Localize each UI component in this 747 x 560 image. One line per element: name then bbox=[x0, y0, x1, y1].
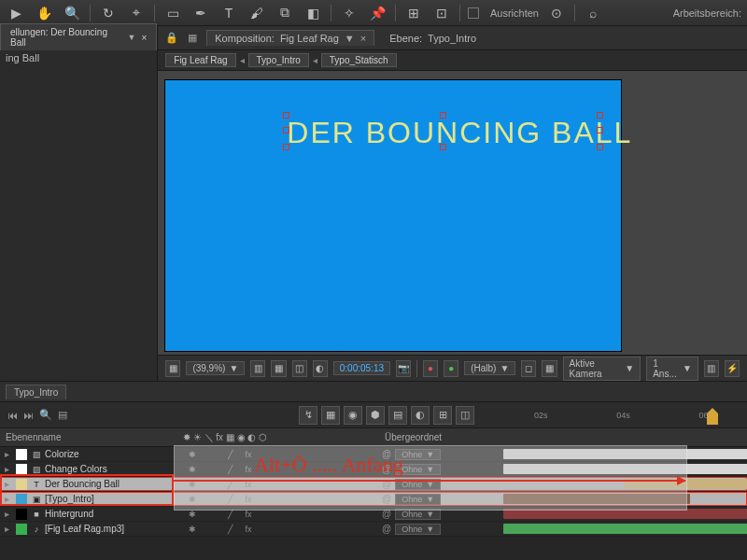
motion-blur-icon[interactable]: ◉ bbox=[344, 406, 362, 425]
layer-bar[interactable] bbox=[503, 464, 747, 474]
zoom-tool[interactable]: 🔍 bbox=[62, 3, 82, 23]
guides-icon[interactable]: ◫ bbox=[292, 360, 307, 377]
layer-bar[interactable] bbox=[625, 479, 747, 489]
layer-duration-cell[interactable] bbox=[503, 522, 747, 536]
selection-handle[interactable] bbox=[283, 112, 289, 119]
shy-switch[interactable]: ✱ bbox=[186, 523, 199, 536]
pen-tool[interactable]: ✒ bbox=[190, 3, 211, 23]
col-layer-name[interactable]: Ebenenname bbox=[0, 432, 176, 442]
frame-blend-switch[interactable] bbox=[261, 523, 274, 536]
motion-blur-switch[interactable] bbox=[279, 478, 292, 491]
collapse-switch[interactable] bbox=[204, 508, 218, 521]
twirl-icon[interactable]: ▸ bbox=[0, 509, 13, 519]
local-axis-icon[interactable]: ⊞ bbox=[403, 3, 424, 23]
canvas-text[interactable]: DER BOUNCING BALL bbox=[287, 116, 632, 150]
crumb-1[interactable]: Fig Leaf Rag bbox=[165, 53, 235, 67]
pickwhip-icon[interactable]: @ bbox=[382, 524, 391, 534]
parent-dropdown[interactable]: Ohne▼ bbox=[395, 449, 441, 460]
search-icon[interactable]: ⌕ bbox=[583, 3, 603, 23]
parent-dropdown[interactable]: Ohne▼ bbox=[395, 464, 441, 475]
layer-name-label[interactable]: [Typo_Intro] bbox=[43, 494, 178, 504]
twirl-icon[interactable]: ▸ bbox=[0, 464, 13, 474]
selection-tool[interactable]: ▶ bbox=[6, 3, 26, 23]
camera-tool[interactable]: ⌖ bbox=[126, 3, 147, 23]
layer-bar[interactable] bbox=[503, 509, 747, 519]
layer-bar[interactable] bbox=[503, 449, 747, 459]
adjustment-switch[interactable] bbox=[298, 508, 311, 521]
frame-blend-switch[interactable] bbox=[261, 463, 274, 476]
adjustment-switch[interactable] bbox=[298, 478, 311, 491]
crumb-3[interactable]: Typo_Statisch bbox=[321, 53, 397, 67]
composition-tab[interactable]: Komposition: Fig Leaf Rag ▼ × bbox=[206, 30, 374, 46]
layer-row[interactable]: ▸♪[Fig Leaf Rag.mp3]✱╱fx@Ohne▼ bbox=[0, 522, 747, 537]
twirl-icon[interactable]: ▸ bbox=[0, 449, 13, 459]
selection-handle[interactable] bbox=[440, 112, 446, 119]
zoom-icon[interactable]: 🔍 bbox=[39, 409, 52, 421]
resolution-dropdown[interactable]: (Halb)▼ bbox=[464, 361, 515, 375]
layer-color-chip[interactable] bbox=[16, 494, 27, 505]
layer-color-chip[interactable] bbox=[16, 464, 27, 475]
fx-switch[interactable]: fx bbox=[242, 523, 255, 536]
3d-switch[interactable] bbox=[317, 478, 330, 491]
layer-duration-cell[interactable] bbox=[503, 507, 747, 521]
hand-tool[interactable]: ✋ bbox=[34, 3, 54, 23]
3d-switch[interactable] bbox=[317, 523, 330, 536]
rotate-tool[interactable]: ↻ bbox=[98, 3, 119, 23]
goto-end-icon[interactable]: ⏭ bbox=[23, 410, 34, 421]
timeline-tab[interactable]: Typo_Intro bbox=[6, 385, 66, 399]
clone-tool[interactable]: ⧉ bbox=[275, 3, 295, 23]
quality-switch[interactable]: ╱ bbox=[223, 493, 236, 506]
parent-dropdown[interactable]: Ohne▼ bbox=[395, 479, 441, 490]
layer-color-chip[interactable] bbox=[16, 524, 27, 535]
shy-switch[interactable]: ✱ bbox=[186, 508, 199, 521]
always-preview-icon[interactable]: ▦ bbox=[165, 360, 180, 377]
pixel-aspect-icon[interactable]: ▥ bbox=[704, 360, 719, 377]
composition-canvas[interactable]: DER BOUNCING BALL bbox=[165, 80, 621, 351]
selection-handle[interactable] bbox=[440, 144, 446, 150]
modes-icon[interactable]: ◫ bbox=[456, 406, 474, 425]
mask-tool[interactable]: ▭ bbox=[162, 3, 183, 23]
transparency-grid-icon[interactable]: ▦ bbox=[542, 360, 557, 377]
layer-name-label[interactable]: Der Bouncing Ball bbox=[43, 479, 178, 489]
pickwhip-icon[interactable]: @ bbox=[382, 494, 391, 504]
motion-blur-switch[interactable] bbox=[279, 493, 292, 506]
tab-menu-icon[interactable]: ▼ bbox=[345, 33, 355, 44]
pickwhip-icon[interactable]: @ bbox=[382, 479, 391, 489]
layer-name-label[interactable]: Colorize bbox=[43, 449, 178, 459]
shy-switch[interactable]: ✱ bbox=[186, 478, 199, 491]
layer-bar[interactable] bbox=[503, 524, 747, 534]
frame-blend-switch[interactable] bbox=[261, 508, 274, 521]
quality-switch[interactable]: ╱ bbox=[223, 478, 236, 491]
roi-icon[interactable]: ◻ bbox=[521, 360, 536, 377]
collapse-switch[interactable] bbox=[204, 478, 218, 491]
collapse-switch[interactable] bbox=[204, 493, 218, 506]
fast-preview-icon[interactable]: ⚡ bbox=[725, 360, 740, 377]
fx-switch[interactable]: fx bbox=[242, 448, 255, 461]
layer-name-label[interactable]: Change Colors bbox=[43, 464, 178, 474]
panel-lock-icon[interactable]: 🔒 bbox=[165, 32, 178, 44]
layer-row[interactable]: ▸▨Colorize✱╱fx@Ohne▼ bbox=[0, 447, 747, 462]
panel-menu-icon[interactable]: ▼ bbox=[128, 33, 136, 42]
layer-row[interactable]: ▸▨Change Colors✱╱fx@Ohne▼ bbox=[0, 462, 747, 477]
3d-switch[interactable] bbox=[317, 508, 330, 521]
twirl-icon[interactable]: ▸ bbox=[0, 524, 13, 534]
layer-bar[interactable] bbox=[503, 494, 690, 504]
layer-color-chip[interactable] bbox=[16, 479, 27, 490]
selection-handle[interactable] bbox=[283, 127, 289, 133]
layer-duration-cell[interactable] bbox=[503, 477, 747, 491]
selection-handle[interactable] bbox=[283, 144, 289, 150]
quality-switch[interactable]: ╱ bbox=[223, 523, 236, 536]
motion-blur-switch[interactable] bbox=[279, 523, 292, 536]
twirl-icon[interactable]: ▸ bbox=[0, 479, 13, 489]
snapshot-icon[interactable]: 📷 bbox=[396, 360, 411, 377]
adjustment-switch[interactable] bbox=[298, 463, 311, 476]
shy-switch[interactable]: ✱ bbox=[186, 493, 199, 506]
collapse-switch[interactable] bbox=[204, 523, 218, 536]
layer-duration-cell[interactable] bbox=[503, 447, 747, 461]
channel-red-icon[interactable]: ● bbox=[423, 360, 438, 377]
grid-icon[interactable]: ▦ bbox=[271, 360, 286, 377]
col-parent[interactable]: Übergeordnet bbox=[379, 432, 500, 442]
pickwhip-icon[interactable]: @ bbox=[382, 509, 391, 519]
panel-menu-icon2[interactable]: ▦ bbox=[188, 32, 197, 44]
shy-icon[interactable]: ↯ bbox=[299, 406, 317, 425]
